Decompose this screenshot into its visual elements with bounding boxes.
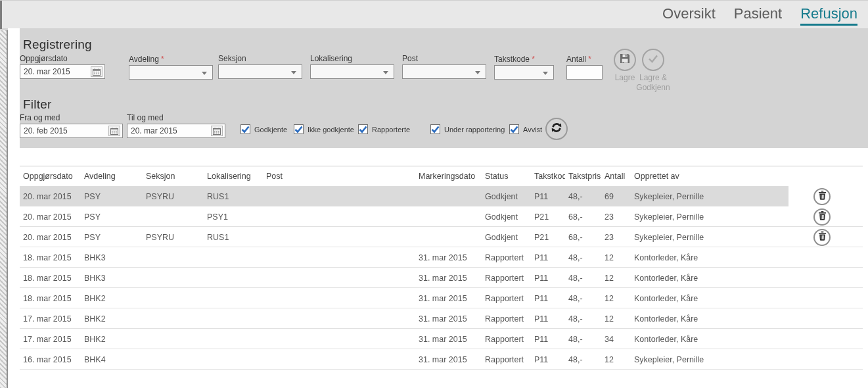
filter-checkbox-ikke-godkjente[interactable]: Ikke godkjente: [294, 124, 354, 134]
checkmark-icon: [647, 53, 659, 66]
cell-status: Rapportert: [482, 294, 531, 303]
table-row[interactable]: 18. mar 2015BHK331. mar 2015RapportertP1…: [20, 268, 863, 288]
nav-tab-refusjon[interactable]: Refusjon: [800, 6, 857, 26]
checkbox-checked-icon[interactable]: [240, 124, 250, 134]
left-gutter: [8, 28, 20, 388]
cell-avdeling: PSY: [81, 212, 143, 222]
cell-oppgjorsdato: 20. mar 2015: [20, 192, 81, 201]
row-actions-cell: [788, 186, 863, 206]
checkbox-checked-icon[interactable]: [358, 124, 368, 134]
delete-row-button[interactable]: [813, 188, 831, 205]
row-actions-cell: [788, 268, 863, 288]
cell-antall: 12: [601, 355, 631, 364]
field-post: Post: [402, 54, 486, 79]
cell-oppgjorsdato: 18. mar 2015: [20, 274, 81, 283]
fra-og-med-date-input[interactable]: 20. feb 2015: [20, 124, 123, 138]
delete-row-button[interactable]: [813, 208, 831, 226]
avdeling-label: Avdeling*: [129, 54, 213, 64]
cell-takstpris: 48,-: [565, 274, 601, 283]
cell-takstpris: 48,-: [565, 355, 601, 364]
cell-takstkode: P11: [531, 294, 565, 303]
cell-avdeling: BHK2: [81, 335, 143, 344]
post-dropdown[interactable]: [402, 64, 486, 79]
cell-status: Godkjent: [482, 212, 531, 222]
checkbox-checked-icon[interactable]: [294, 124, 304, 134]
top-navigation-bar: Oversikt Pasient Refusjon: [0, 0, 868, 28]
cell-opprettet_av: Kontorleder, Kåre: [631, 253, 788, 262]
floppy-disk-icon: [620, 53, 630, 66]
field-fra-og-med: Fra og med 20. feb 2015: [20, 113, 123, 138]
table-header-row: OppgjørsdatoAvdelingSeksjonLokaliseringP…: [20, 166, 863, 186]
filter-checkbox-rapporterte[interactable]: Rapporterte: [358, 124, 410, 134]
checkbox-label: Godkjente: [254, 126, 287, 133]
calendar-icon[interactable]: [211, 126, 223, 136]
cell-takstkode: P11: [531, 274, 565, 283]
cell-takstkode: P11: [531, 355, 565, 364]
cell-status: Rapportert: [482, 314, 531, 324]
column-header-takstkode: Takstkode: [531, 172, 565, 181]
cell-oppgjorsdato: 20. mar 2015: [20, 233, 81, 242]
filter-checkbox-godkjente[interactable]: Godkjente: [240, 124, 287, 134]
table-row[interactable]: 17. mar 2015BHK231. mar 2015RapportertP1…: [20, 308, 863, 329]
cell-status: Godkjent: [482, 233, 531, 242]
save-approve-button[interactable]: [642, 49, 664, 71]
field-avdeling: Avdeling*: [129, 54, 213, 80]
table-row[interactable]: 16. mar 2015BHK431. mar 2015RapportertP1…: [20, 349, 863, 370]
column-header-avdeling: Avdeling: [81, 172, 143, 181]
row-actions-cell: [788, 308, 863, 329]
cell-status: Rapportert: [482, 274, 531, 283]
required-marker: *: [161, 54, 164, 64]
antall-input[interactable]: [566, 65, 603, 80]
cell-avdeling: BHK2: [81, 314, 143, 324]
table-row[interactable]: 18. mar 2015BHK331. mar 2015RapportertP1…: [20, 247, 863, 268]
column-header-lokalisering: Lokalisering: [204, 172, 263, 181]
cell-antall: 12: [601, 314, 631, 324]
column-header-takstpris: Takstpris: [565, 172, 601, 181]
calendar-icon[interactable]: [91, 66, 103, 77]
registration-section-title: Registrering: [23, 37, 92, 52]
table-row[interactable]: 20. mar 2015PSYPSY1GodkjentP2168,-23Syke…: [20, 206, 863, 227]
refresh-button[interactable]: [545, 118, 568, 140]
table-row[interactable]: 17. mar 2015BHK231. mar 2015RapportertP1…: [20, 329, 863, 349]
filter-section-title: Filter: [23, 97, 51, 112]
checkbox-checked-icon[interactable]: [509, 124, 519, 134]
table-row[interactable]: 20. mar 2015PSYPSYRURUS1GodkjentP2168,-2…: [20, 227, 863, 247]
avdeling-dropdown[interactable]: [129, 65, 213, 80]
seksjon-label: Seksjon: [218, 54, 302, 63]
table-body: 20. mar 2015PSYPSYRURUS1GodkjentP1148,-6…: [20, 186, 863, 370]
takstkode-dropdown[interactable]: [494, 65, 554, 80]
cell-markeringsdato: 31. mar 2015: [415, 314, 482, 324]
fra-og-med-value: 20. feb 2015: [24, 126, 122, 135]
cell-takstpris: 68,-: [565, 233, 601, 242]
cell-takstkode: P11: [531, 335, 565, 344]
cell-seksjon: PSYRU: [143, 233, 204, 242]
til-og-med-date-input[interactable]: 20. mar 2015: [127, 124, 225, 138]
checkbox-checked-icon[interactable]: [430, 124, 440, 134]
cell-opprettet_av: Sykepleier, Pernille: [631, 192, 788, 201]
cell-markeringsdato: 31. mar 2015: [415, 355, 482, 364]
cell-oppgjorsdato: 17. mar 2015: [20, 335, 81, 344]
filter-checkbox-avvist[interactable]: Avvist: [509, 124, 542, 134]
cell-markeringsdato: 31. mar 2015: [415, 294, 482, 303]
lokalisering-dropdown[interactable]: [310, 64, 394, 79]
cell-opprettet_av: Sykepleier, Pernille: [631, 212, 788, 222]
cell-takstkode: P21: [531, 212, 565, 222]
til-og-med-label: Til og med: [127, 113, 225, 122]
nav-tab-oversikt[interactable]: Oversikt: [662, 6, 716, 26]
fra-og-med-label: Fra og med: [20, 113, 123, 122]
calendar-icon[interactable]: [108, 126, 120, 136]
cell-takstkode: P11: [531, 314, 565, 324]
cell-antall: 12: [601, 253, 631, 262]
delete-row-button[interactable]: [813, 229, 831, 246]
cell-takstpris: 48,-: [565, 192, 601, 201]
oppgjorsdato-date-input[interactable]: 20. mar 2015: [20, 64, 105, 79]
nav-tab-pasient[interactable]: Pasient: [734, 6, 782, 26]
table-row[interactable]: 18. mar 2015BHK231. mar 2015RapportertP1…: [20, 288, 863, 308]
cell-opprettet_av: Kontorleder, Kåre: [631, 274, 788, 283]
column-header-antall: Antall: [601, 172, 631, 181]
cell-opprettet_av: Kontorleder, Kåre: [631, 314, 788, 324]
seksjon-dropdown[interactable]: [218, 64, 302, 79]
save-approve-button-group: Lagre & Godkjenn: [631, 49, 675, 93]
table-row[interactable]: 20. mar 2015PSYPSYRURUS1GodkjentP1148,-6…: [20, 186, 863, 206]
filter-checkbox-under-rapportering[interactable]: Under rapportering: [430, 124, 505, 134]
